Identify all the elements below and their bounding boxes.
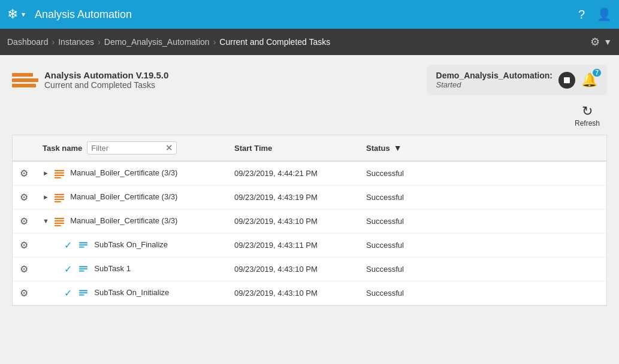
col-settings bbox=[13, 135, 35, 161]
gear-icon[interactable]: ⚙ bbox=[20, 192, 28, 202]
subtask-list-icon-3 bbox=[78, 288, 89, 299]
instance-name: Demo_Analysis_Automation: bbox=[436, 71, 552, 80]
icon-line-3 bbox=[12, 84, 36, 87]
svg-rect-18 bbox=[78, 290, 87, 291]
icon-line-2 bbox=[12, 78, 38, 82]
refresh-icon: ↻ bbox=[582, 104, 593, 119]
row-status-6: Successful bbox=[359, 281, 606, 305]
gear-icon[interactable]: ⚙ bbox=[20, 240, 28, 250]
page-content: Analysis Automation V.19.5.0 Current and… bbox=[0, 55, 619, 306]
bell-icon[interactable]: 🔔 7 bbox=[581, 72, 597, 88]
notification-count: 7 bbox=[593, 69, 601, 77]
row-start-time-5: 09/23/2019, 4:43:10 PM bbox=[227, 257, 359, 281]
app-icon bbox=[12, 67, 38, 93]
status-header-label: Status bbox=[366, 144, 390, 153]
svg-rect-3 bbox=[54, 177, 61, 178]
expand-icon-1[interactable]: ► bbox=[43, 169, 49, 177]
page-header-row: Analysis Automation V.19.5.0 Current and… bbox=[12, 65, 607, 95]
refresh-label: Refresh bbox=[575, 119, 600, 128]
task-name-text-3: Manual_Boiler_Certificate (3/3) bbox=[70, 216, 177, 225]
table-row: ⚙ ► Manual_Boiler_Certificate (3/3) 09/2… bbox=[13, 186, 606, 210]
gear-icon[interactable]: ⚙ bbox=[20, 216, 28, 226]
col-task-name: Task name ✕ bbox=[35, 135, 227, 161]
svg-rect-8 bbox=[54, 217, 64, 219]
subtask-check-icon-3: ✓ bbox=[64, 288, 72, 298]
row-start-time-3: 09/23/2019, 4:43:10 PM bbox=[227, 210, 359, 233]
row-task-name-2: ► Manual_Boiler_Certificate (3/3) bbox=[35, 186, 227, 210]
settings-gear-icon[interactable]: ⚙ bbox=[590, 35, 600, 48]
table-row: ⚙ ► Manual_Boiler_Certificate (3/3) 09/2… bbox=[13, 161, 606, 186]
top-bar-dropdown[interactable]: ▾ bbox=[22, 10, 25, 19]
row-gear-5: ⚙ bbox=[13, 257, 35, 281]
svg-rect-2 bbox=[54, 174, 64, 175]
status-filter-icon[interactable]: ▼ bbox=[394, 143, 402, 153]
breadcrumb-current: Current and Completed Tasks bbox=[219, 37, 330, 47]
svg-rect-20 bbox=[78, 294, 84, 295]
help-icon[interactable]: ? bbox=[578, 8, 585, 22]
filter-clear-icon[interactable]: ✕ bbox=[165, 143, 173, 153]
subtask-check-icon-2: ✓ bbox=[64, 264, 72, 274]
subtask-list-icon-1 bbox=[78, 240, 89, 251]
row-status-4: Successful bbox=[359, 233, 606, 257]
top-bar-icons: ? 👤 bbox=[578, 7, 612, 22]
svg-rect-7 bbox=[54, 201, 61, 202]
filter-input-wrap[interactable]: ✕ bbox=[87, 141, 177, 154]
row-gear-6: ⚙ bbox=[13, 281, 35, 305]
svg-rect-1 bbox=[54, 172, 64, 173]
svg-rect-11 bbox=[54, 225, 61, 226]
stop-button[interactable] bbox=[558, 72, 575, 89]
breadcrumb-dropdown[interactable]: ▼ bbox=[603, 37, 612, 47]
refresh-button[interactable]: ↻ Refresh bbox=[570, 101, 605, 130]
snowflake-icon: ❄ bbox=[7, 7, 18, 22]
instance-status: Started bbox=[436, 80, 552, 89]
subtask-check-icon-1: ✓ bbox=[64, 240, 72, 250]
tasks-table-container: Task name ✕ Start Time Status ▼ bbox=[12, 135, 607, 306]
svg-rect-17 bbox=[78, 270, 84, 271]
svg-rect-19 bbox=[78, 292, 87, 293]
svg-rect-5 bbox=[54, 196, 64, 197]
status-badge: Demo_Analysis_Automation: Started 🔔 7 bbox=[427, 65, 607, 95]
table-row: ⚙ ✓ SubTask On_Finalize 09/23/2019, 4:43… bbox=[13, 233, 606, 257]
gear-icon[interactable]: ⚙ bbox=[20, 264, 28, 274]
breadcrumb-sep-3: › bbox=[213, 37, 216, 47]
breadcrumb-sep-1: › bbox=[52, 37, 55, 47]
breadcrumb-dashboard[interactable]: Dashboard bbox=[7, 37, 49, 47]
col-status: Status ▼ bbox=[359, 135, 606, 161]
task-list-icon-1 bbox=[54, 168, 65, 179]
header-text: Analysis Automation V.19.5.0 Current and… bbox=[44, 70, 427, 90]
task-name-text-1: Manual_Boiler_Certificate (3/3) bbox=[70, 168, 177, 177]
table-row: ⚙ ▼ Manual_Boiler_Certificate (3/3) 09/2… bbox=[13, 210, 606, 233]
gear-icon[interactable]: ⚙ bbox=[20, 288, 28, 298]
expand-icon-3[interactable]: ▼ bbox=[43, 217, 49, 225]
filter-input[interactable] bbox=[91, 144, 163, 153]
breadcrumb-instances[interactable]: Instances bbox=[58, 37, 94, 47]
app-title: Analysis Automation bbox=[35, 8, 578, 21]
row-status-2: Successful bbox=[359, 186, 606, 210]
gear-icon[interactable]: ⚙ bbox=[20, 168, 28, 178]
task-list-icon-3 bbox=[54, 216, 65, 227]
svg-rect-15 bbox=[78, 266, 87, 267]
svg-rect-0 bbox=[54, 169, 64, 171]
task-name-text-4: SubTask On_Finalize bbox=[94, 240, 168, 249]
table-row: ⚙ ✓ SubTask On_Initialize 09/23/2019, 4:… bbox=[13, 281, 606, 305]
task-name-header-label: Task name bbox=[43, 144, 82, 153]
breadcrumb-demo[interactable]: Demo_Analysis_Automation bbox=[104, 37, 210, 47]
user-icon[interactable]: 👤 bbox=[597, 7, 612, 22]
table-body: ⚙ ► Manual_Boiler_Certificate (3/3) 09/2… bbox=[13, 161, 606, 305]
breadcrumb-sep-2: › bbox=[98, 37, 101, 47]
task-name-text-5: SubTask 1 bbox=[94, 264, 131, 273]
row-task-name-5: ✓ SubTask 1 bbox=[35, 257, 227, 281]
task-list-icon-2 bbox=[54, 192, 65, 203]
page-title: Analysis Automation V.19.5.0 bbox=[44, 70, 427, 80]
expand-icon-2[interactable]: ► bbox=[43, 193, 49, 201]
subtask-list-icon-2 bbox=[78, 264, 89, 275]
status-info: Demo_Analysis_Automation: Started bbox=[436, 71, 552, 89]
page-subtitle: Current and Completed Tasks bbox=[44, 80, 427, 90]
table-header-row: Task name ✕ Start Time Status ▼ bbox=[13, 135, 606, 161]
row-gear-2: ⚙ bbox=[13, 186, 35, 210]
row-start-time-4: 09/23/2019, 4:43:11 PM bbox=[227, 233, 359, 257]
row-start-time-2: 09/23/2019, 4:43:19 PM bbox=[227, 186, 359, 210]
svg-rect-4 bbox=[54, 193, 64, 195]
col-start-time: Start Time bbox=[227, 135, 359, 161]
top-bar: ❄ ▾ Analysis Automation ? 👤 bbox=[0, 0, 619, 29]
